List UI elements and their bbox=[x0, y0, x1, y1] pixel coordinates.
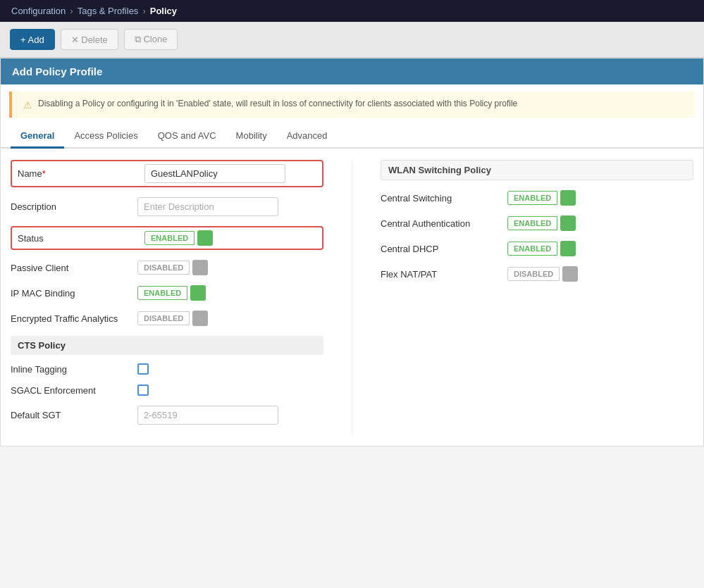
passive-client-row: Passive Client DISABLED bbox=[11, 260, 323, 275]
flex-nat-toggle-label: DISABLED bbox=[507, 267, 560, 281]
central-auth-label: Central Authentication bbox=[381, 218, 507, 229]
central-dhcp-toggle-wrap: ENABLED bbox=[507, 241, 576, 256]
central-switching-toggle-label: ENABLED bbox=[507, 191, 557, 205]
status-toggle-switch[interactable] bbox=[197, 230, 213, 246]
name-input[interactable] bbox=[144, 164, 285, 183]
central-switching-toggle-wrap: ENABLED bbox=[507, 190, 576, 206]
central-dhcp-label: Central DHCP bbox=[381, 244, 507, 254]
flex-nat-label: Flex NAT/PAT bbox=[381, 269, 507, 280]
nav-configuration[interactable]: Configuration bbox=[11, 6, 66, 16]
form-body: Name* Description Status ENABLED Passive… bbox=[1, 149, 703, 446]
add-button[interactable]: + Add bbox=[10, 29, 55, 50]
toolbar: + Add ✕ Delete ⧉ Clone bbox=[0, 22, 704, 58]
warning-icon: ⚠ bbox=[23, 99, 32, 111]
top-nav: Configuration › Tags & Profiles › Policy bbox=[0, 0, 704, 22]
nav-current: Policy bbox=[150, 6, 177, 16]
status-row-highlighted: Status ENABLED bbox=[11, 226, 323, 250]
chevron-icon-2: › bbox=[142, 6, 145, 16]
warning-text: Disabling a Policy or configuring it in … bbox=[38, 99, 517, 108]
tab-mobility[interactable]: Mobility bbox=[226, 125, 277, 149]
tab-general[interactable]: General bbox=[11, 125, 64, 149]
sgacl-label: SGACL Enforcement bbox=[11, 385, 137, 396]
ip-mac-toggle-label: ENABLED bbox=[137, 286, 187, 300]
description-input[interactable] bbox=[137, 197, 278, 216]
description-row: Description bbox=[11, 197, 323, 216]
sgacl-row: SGACL Enforcement bbox=[11, 384, 323, 396]
central-dhcp-row: Central DHCP ENABLED bbox=[381, 241, 693, 256]
default-sgt-input[interactable] bbox=[137, 406, 278, 425]
ip-mac-toggle-wrap: ENABLED bbox=[137, 285, 206, 301]
flex-nat-toggle-wrap: DISABLED bbox=[507, 266, 578, 282]
status-label: Status bbox=[18, 233, 144, 244]
central-auth-row: Central Authentication ENABLED bbox=[381, 215, 693, 231]
central-auth-toggle-label: ENABLED bbox=[507, 216, 557, 230]
eta-row: Encrypted Traffic Analytics DISABLED bbox=[11, 311, 323, 326]
tab-advanced[interactable]: Advanced bbox=[277, 125, 338, 149]
central-dhcp-toggle-switch[interactable] bbox=[560, 241, 576, 256]
flex-nat-row: Flex NAT/PAT DISABLED bbox=[381, 266, 693, 282]
status-toggle-wrap: ENABLED bbox=[144, 230, 213, 246]
flex-nat-toggle-switch[interactable] bbox=[562, 266, 578, 282]
central-switching-row: Central Switching ENABLED bbox=[381, 190, 693, 206]
passive-toggle-label: DISABLED bbox=[137, 261, 190, 275]
cts-section-header: CTS Policy bbox=[11, 336, 323, 355]
central-dhcp-toggle-label: ENABLED bbox=[507, 242, 557, 256]
inline-tagging-row: Inline Tagging bbox=[11, 363, 323, 375]
passive-toggle-wrap: DISABLED bbox=[137, 260, 208, 275]
name-label: Name* bbox=[18, 168, 144, 179]
default-sgt-row: Default SGT bbox=[11, 406, 323, 425]
passive-toggle-switch[interactable] bbox=[192, 260, 208, 275]
status-toggle-label: ENABLED bbox=[144, 231, 194, 245]
central-switching-toggle-switch[interactable] bbox=[560, 190, 576, 206]
central-auth-toggle-switch[interactable] bbox=[560, 215, 576, 231]
tabs-container: General Access Policies QOS and AVC Mobi… bbox=[1, 125, 703, 149]
central-switching-label: Central Switching bbox=[381, 193, 507, 204]
tab-qos-avc[interactable]: QOS and AVC bbox=[148, 125, 226, 149]
sgacl-checkbox[interactable] bbox=[137, 384, 149, 396]
warning-banner: ⚠ Disabling a Policy or configuring it i… bbox=[9, 92, 695, 118]
name-row-highlighted: Name* bbox=[11, 160, 323, 187]
form-header: Add Policy Profile bbox=[1, 58, 703, 85]
ip-mac-toggle-switch[interactable] bbox=[190, 285, 206, 301]
passive-client-label: Passive Client bbox=[11, 263, 137, 273]
eta-toggle-label: DISABLED bbox=[137, 311, 190, 325]
eta-toggle-wrap: DISABLED bbox=[137, 311, 208, 326]
default-sgt-label: Default SGT bbox=[11, 410, 137, 420]
form-container: Add Policy Profile ⚠ Disabling a Policy … bbox=[0, 58, 704, 446]
description-label: Description bbox=[11, 201, 137, 212]
tab-access-policies[interactable]: Access Policies bbox=[64, 125, 147, 149]
ip-mac-label: IP MAC Binding bbox=[11, 288, 137, 299]
chevron-icon-1: › bbox=[70, 6, 73, 16]
clone-button[interactable]: ⧉ Clone bbox=[124, 29, 178, 50]
ip-mac-row: IP MAC Binding ENABLED bbox=[11, 285, 323, 301]
inline-tagging-label: Inline Tagging bbox=[11, 364, 137, 375]
nav-tags-profiles[interactable]: Tags & Profiles bbox=[78, 6, 139, 16]
eta-label: Encrypted Traffic Analytics bbox=[11, 313, 137, 324]
eta-toggle-switch[interactable] bbox=[192, 311, 208, 326]
right-column: WLAN Switching Policy Central Switching … bbox=[352, 160, 693, 434]
name-required-indicator: * bbox=[42, 168, 46, 179]
central-auth-toggle-wrap: ENABLED bbox=[507, 215, 576, 231]
inline-tagging-checkbox[interactable] bbox=[137, 363, 149, 375]
left-column: Name* Description Status ENABLED Passive… bbox=[11, 160, 352, 434]
delete-button[interactable]: ✕ Delete bbox=[61, 29, 118, 50]
wlan-section-title: WLAN Switching Policy bbox=[381, 160, 693, 180]
